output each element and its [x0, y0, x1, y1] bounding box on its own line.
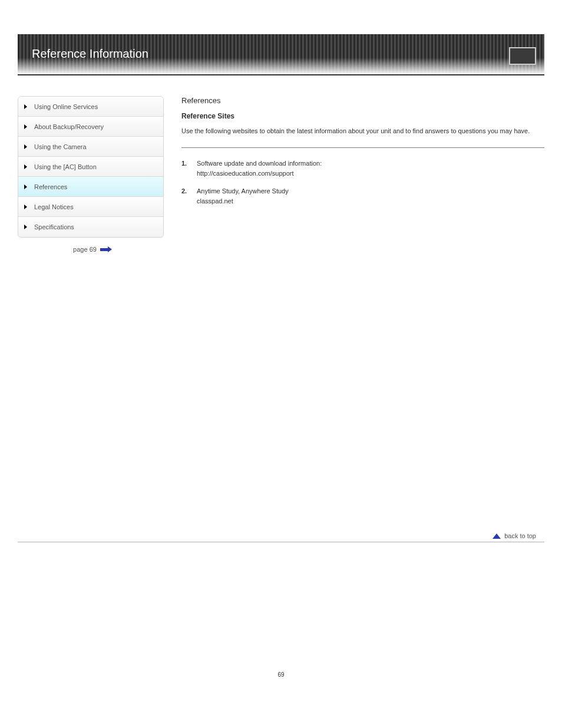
sidebar-item-label: Legal Notices	[34, 203, 74, 210]
reference-text: Anytime Study, Anywhere Study	[197, 187, 289, 195]
subsection-title: Reference Sites	[181, 112, 544, 120]
reference-bullet: 2.	[181, 186, 192, 207]
reference-body: Anytime Study, Anywhere Study classpad.n…	[197, 186, 289, 207]
intro-text: Use the following websites to obtain the…	[181, 126, 544, 137]
sidebar-item-online-services[interactable]: Using Online Services	[18, 97, 163, 117]
chevron-right-icon	[24, 225, 27, 229]
page-control: page 69	[18, 246, 164, 253]
sidebar-item-label: Using the Camera	[34, 143, 87, 150]
back-to-top-label: back to top	[504, 532, 536, 539]
chevron-right-icon	[24, 144, 27, 149]
reference-body: Software update and download information…	[197, 159, 322, 179]
section-title: References	[181, 96, 544, 105]
back-to-top-button[interactable]: back to top	[492, 532, 536, 539]
sidebar-item-camera[interactable]: Using the Camera	[18, 137, 163, 157]
reference-item: 2. Anytime Study, Anywhere Study classpa…	[181, 186, 544, 207]
sidebar-item-ac-button[interactable]: Using the [AC] Button	[18, 157, 163, 177]
reference-item: 1. Software update and download informat…	[181, 159, 544, 179]
reference-bullet: 1.	[181, 159, 192, 179]
chevron-right-icon	[24, 104, 27, 109]
reference-text: Software update and download information…	[197, 160, 322, 167]
page-label: page 69	[73, 246, 97, 253]
section-divider	[181, 147, 544, 148]
sidebar-item-label: Using the [AC] Button	[34, 163, 97, 170]
sidebar-item-label: About Backup/Recovery	[34, 123, 104, 130]
sidebar-menu: Using Online Services About Backup/Recov…	[18, 96, 164, 238]
reference-link[interactable]: classpad.net	[197, 197, 233, 205]
page-number: 69	[0, 671, 562, 678]
sidebar-item-references[interactable]: References	[18, 177, 163, 197]
reference-link[interactable]: http://casioeducation.com/support	[197, 170, 293, 177]
sidebar-item-label: Using Online Services	[34, 103, 98, 110]
chevron-right-icon	[24, 164, 27, 169]
sidebar-item-label: Specifications	[34, 223, 74, 230]
chevron-up-icon	[492, 533, 501, 539]
footer: back to top	[18, 542, 544, 554]
sidebar-item-label: References	[34, 183, 67, 190]
chevron-right-icon	[24, 185, 27, 189]
main-content: References Reference Sites Use the follo…	[181, 96, 544, 253]
sidebar: Using Online Services About Backup/Recov…	[18, 96, 164, 253]
sidebar-item-backup-recovery[interactable]: About Backup/Recovery	[18, 117, 163, 137]
chevron-right-icon	[24, 205, 27, 209]
sidebar-item-specifications[interactable]: Specifications	[18, 217, 163, 237]
header-button[interactable]	[509, 47, 536, 65]
page-header-title: Reference Information	[32, 47, 148, 61]
next-page-icon[interactable]	[100, 248, 108, 251]
sidebar-item-legal-notices[interactable]: Legal Notices	[18, 197, 163, 217]
chevron-right-icon	[24, 124, 27, 129]
